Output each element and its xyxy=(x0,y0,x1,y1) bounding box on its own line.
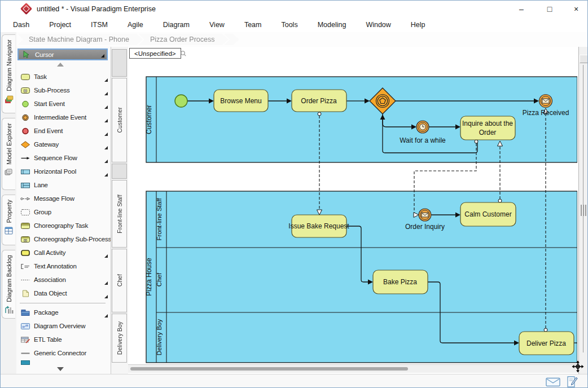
horizontal-pool-icon xyxy=(20,168,30,175)
tab-diagram-navigator[interactable]: Diagram Navigator xyxy=(2,34,15,113)
strip-cell-delivery-boy[interactable]: Delivery Boy xyxy=(112,314,127,363)
horizontal-scrollbar[interactable] xyxy=(128,364,577,373)
task-calm-customer[interactable]: Calm Customer xyxy=(460,202,516,226)
diagram-backlog-icon xyxy=(5,306,14,314)
task-deliver-pizza[interactable]: Deliver Pizza xyxy=(519,332,574,355)
pool-customer-label: Customer xyxy=(145,105,153,134)
menu-modeling[interactable]: Modeling xyxy=(315,19,349,30)
palette-item-cursor[interactable]: Cursor xyxy=(17,48,108,60)
panel-collapse-button[interactable] xyxy=(580,55,588,63)
panel-splitter-grip[interactable] xyxy=(581,205,586,216)
bpmn-diagram: Customer Pizza House Front-line Staff Ch… xyxy=(129,58,577,364)
menu-bar: Dash Project ITSM Agile Diagram View Tea… xyxy=(1,17,587,32)
notes-editor-icon[interactable] xyxy=(566,376,578,388)
flyout-triangle xyxy=(104,254,108,258)
end-event-icon xyxy=(20,127,30,135)
task-issue-bake-request[interactable]: Issue Bake Request xyxy=(288,215,349,237)
flyout-triangle xyxy=(104,92,108,95)
doc-tab-unspecified[interactable]: <Unspecified> xyxy=(129,48,181,59)
palette-item-diagram-overview[interactable]: Diagram Overview xyxy=(17,319,110,333)
message-envelope-icon[interactable] xyxy=(546,377,560,387)
task-icon xyxy=(20,73,30,81)
palette-item-etl-table[interactable]: ETL Table xyxy=(17,333,110,346)
palette-item-lane[interactable]: Lane xyxy=(17,178,110,192)
menu-view[interactable]: View xyxy=(207,19,227,30)
palette-item-task[interactable]: Task xyxy=(17,70,110,83)
svg-text:Deliver Pizza: Deliver Pizza xyxy=(526,340,566,347)
flyout-triangle xyxy=(104,160,108,163)
breadcrumb-row: State Machine Diagram - Phone Pizza Orde… xyxy=(1,32,587,47)
palette-item-end-event[interactable]: End Event xyxy=(17,124,110,138)
palette-item-generic-connector[interactable]: Generic Connector xyxy=(17,346,110,360)
menu-tools[interactable]: Tools xyxy=(279,19,300,30)
palette-item-intermediate-event[interactable]: Intermediate Event xyxy=(17,111,110,124)
palette-item-association[interactable]: Association xyxy=(17,273,110,286)
message-flow-icon xyxy=(20,195,30,202)
magnifier-icon[interactable] xyxy=(180,50,187,57)
package-icon xyxy=(20,309,30,316)
palette-item-text-annotation[interactable]: Text Annotation xyxy=(17,259,110,273)
intermediate-event-icon xyxy=(20,114,30,121)
menu-agile[interactable]: Agile xyxy=(125,19,146,30)
pool-pizza-house-label: Pizza House xyxy=(145,258,153,296)
gateway-icon xyxy=(20,141,30,148)
maximize-button[interactable]: □ xyxy=(541,2,558,16)
strip-cell-blank-top[interactable] xyxy=(112,49,127,77)
pan-mode-icon[interactable] xyxy=(572,360,584,373)
flyout-triangle xyxy=(104,133,108,136)
palette-scroll-down-icon[interactable] xyxy=(57,367,64,371)
menu-dash[interactable]: Dash xyxy=(11,19,32,30)
palette-scroll-up-icon[interactable] xyxy=(57,63,64,67)
menu-itsm[interactable]: ITSM xyxy=(89,19,110,30)
strip-cell-blank-middle[interactable] xyxy=(112,164,127,179)
palette-item-message-flow[interactable]: Message Flow xyxy=(17,192,110,205)
palette-item-start-event[interactable]: Start Event xyxy=(17,97,110,111)
start-event[interactable] xyxy=(175,95,187,107)
palette-item-label: Cursor xyxy=(35,51,54,58)
tab-model-explorer[interactable]: Model Explorer xyxy=(2,118,15,190)
visual-paradigm-logo-icon xyxy=(20,3,32,15)
palette-item-sub-process[interactable]: Sub-Process xyxy=(17,83,110,97)
breadcrumb-item-pizza-order-process[interactable]: Pizza Order Process xyxy=(139,34,229,45)
svg-text:Browse Menu: Browse Menu xyxy=(220,97,261,105)
cursor-icon xyxy=(21,51,32,58)
palette-item-package[interactable]: Package xyxy=(17,306,110,319)
diagram-canvas[interactable]: <Unspecified> Customer Pizza House Front… xyxy=(128,47,588,374)
menu-project[interactable]: Project xyxy=(47,19,73,30)
palette-item-group[interactable]: Group xyxy=(17,205,110,219)
task-order-pizza[interactable]: Order Pizza xyxy=(292,90,346,112)
strip-cell-chef[interactable]: Chef xyxy=(112,249,127,312)
svg-text:Inquire about the: Inquire about the xyxy=(462,120,513,127)
strip-cell-front-line-staff[interactable]: Front-line Staff xyxy=(112,180,127,248)
task-bake-pizza[interactable]: Bake Pizza xyxy=(373,270,428,294)
window-title: untitled * - Visual Paradigm Enterprise xyxy=(37,5,156,13)
side-tab-strip: Diagram Navigator Model Explorer Propert… xyxy=(1,32,16,374)
menu-help[interactable]: Help xyxy=(409,19,428,30)
task-browse-menu[interactable]: Browse Menu xyxy=(214,90,268,112)
palette-item-choreography-sub-process[interactable]: Choreography Sub-Process xyxy=(17,232,110,246)
close-button[interactable]: × xyxy=(568,2,585,16)
flyout-triangle xyxy=(104,281,108,285)
sub-process-icon xyxy=(20,87,30,94)
tab-diagram-backlog[interactable]: Diagram Backlog xyxy=(2,250,15,319)
palette-item-horizontal-pool[interactable]: Horizontal Pool xyxy=(17,165,110,178)
breadcrumb-item-diagram-phone[interactable]: State Machine Diagram - Phone xyxy=(17,34,143,45)
palette-item-choreography-task[interactable]: Choreography Task xyxy=(17,219,110,232)
palette-item-gateway[interactable]: Gateway xyxy=(17,138,110,151)
title-bar: untitled * - Visual Paradigm Enterprise … xyxy=(1,1,587,17)
palette-item-call-activity[interactable]: Call Activity xyxy=(17,246,110,259)
palette-item-data-object[interactable]: Data Object xyxy=(17,286,110,300)
tab-property[interactable]: Property xyxy=(2,195,15,245)
menu-team[interactable]: Team xyxy=(242,19,264,30)
menu-window[interactable]: Window xyxy=(363,19,393,30)
strip-cell-customer[interactable]: Customer xyxy=(112,78,127,162)
group-icon xyxy=(20,209,30,216)
minimize-button[interactable]: – xyxy=(513,2,530,16)
palette-item-clipped[interactable] xyxy=(17,360,110,365)
lane-icon xyxy=(20,182,30,189)
menu-diagram[interactable]: Diagram xyxy=(161,19,192,30)
horizontal-scrollbar-thumb[interactable] xyxy=(130,367,408,371)
palette-item-sequence-flow[interactable]: Sequence Flow xyxy=(17,151,110,165)
model-explorer-icon xyxy=(5,168,14,176)
task-inquire-about-the-order[interactable]: Inquire about the Order xyxy=(460,116,515,140)
